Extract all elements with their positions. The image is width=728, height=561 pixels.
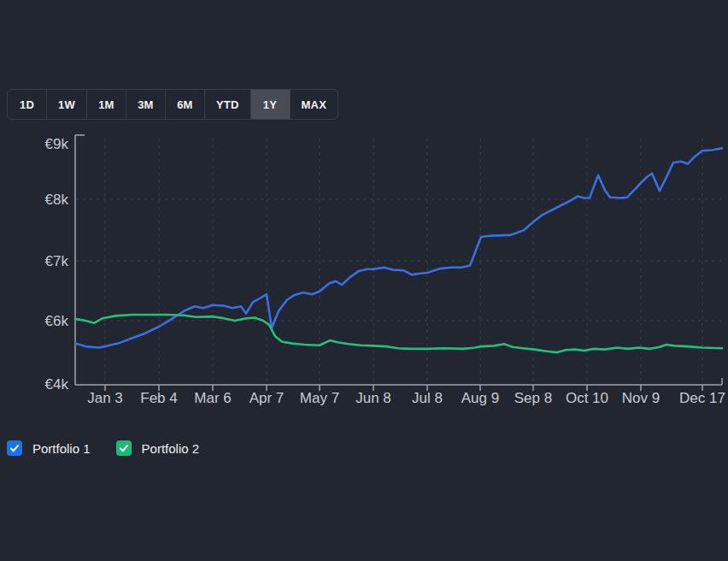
svg-text:€4k: €4k — [45, 376, 69, 393]
legend-item-portfolio-1[interactable]: Portfolio 1 — [7, 440, 91, 456]
svg-text:Dec 17: Dec 17 — [679, 390, 725, 406]
svg-text:€9k: €9k — [45, 136, 69, 152]
svg-text:Jan 3: Jan 3 — [87, 390, 123, 406]
check-icon — [9, 443, 20, 453]
svg-text:Mar 6: Mar 6 — [194, 390, 231, 406]
checkbox-portfolio-1[interactable] — [7, 440, 22, 456]
portfolio-line-chart[interactable]: €9k€8k€7k€6k€4k Jan 3Feb 4Mar 6Apr 7May … — [0, 0, 728, 428]
svg-text:Apr 7: Apr 7 — [250, 390, 285, 406]
svg-text:Jun 8: Jun 8 — [355, 390, 391, 406]
chart-legend: Portfolio 1 Portfolio 2 — [7, 440, 199, 456]
svg-text:€6k: €6k — [45, 313, 69, 329]
chart-series — [75, 148, 722, 352]
legend-item-portfolio-2[interactable]: Portfolio 2 — [116, 440, 200, 456]
svg-text:May 7: May 7 — [300, 390, 339, 406]
svg-text:Feb 4: Feb 4 — [140, 390, 177, 406]
check-icon — [119, 443, 129, 453]
svg-text:€8k: €8k — [45, 192, 69, 208]
legend-label-portfolio-1: Portfolio 1 — [32, 441, 91, 456]
x-axis-labels: Jan 3Feb 4Mar 6Apr 7May 7Jun 8Jul 8Aug 9… — [87, 390, 725, 406]
chart-axes — [75, 135, 722, 391]
checkbox-portfolio-2[interactable] — [116, 440, 132, 456]
svg-text:Aug 9: Aug 9 — [461, 390, 499, 406]
svg-text:Nov 9: Nov 9 — [622, 390, 660, 406]
svg-text:Oct 10: Oct 10 — [566, 390, 608, 406]
legend-label-portfolio-2: Portfolio 2 — [142, 441, 200, 456]
svg-text:Sep 8: Sep 8 — [514, 390, 552, 406]
y-axis-labels: €9k€8k€7k€6k€4k — [45, 136, 69, 393]
svg-text:Jul 8: Jul 8 — [412, 390, 443, 406]
svg-text:€7k: €7k — [45, 253, 69, 269]
